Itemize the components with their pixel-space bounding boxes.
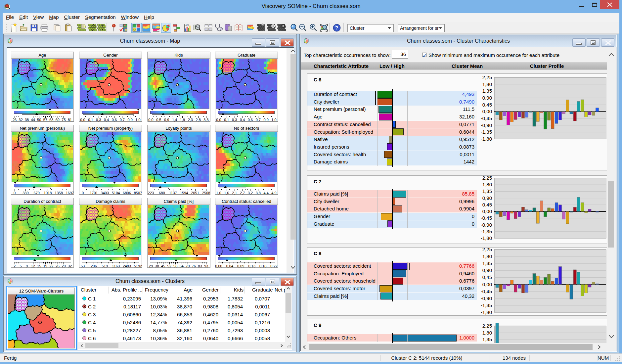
svg-text:1,35: 1,35 bbox=[482, 337, 492, 342]
svg-text:1,35: 1,35 bbox=[482, 188, 492, 194]
svg-text:0,00: 0,00 bbox=[482, 109, 492, 114]
svg-text:1,80: 1,80 bbox=[482, 81, 492, 87]
svg-text:1,80: 1,80 bbox=[482, 253, 492, 259]
svg-text:-1,80: -1,80 bbox=[481, 309, 492, 315]
svg-text:2,25: 2,25 bbox=[482, 175, 492, 181]
svg-text:1,35: 1,35 bbox=[482, 260, 492, 266]
svg-text:-1,35: -1,35 bbox=[481, 302, 492, 308]
svg-text:-1,80: -1,80 bbox=[481, 235, 492, 241]
svg-text:0,45: 0,45 bbox=[482, 274, 492, 280]
svg-text:1,80: 1,80 bbox=[482, 330, 492, 336]
svg-text:-0,90: -0,90 bbox=[481, 222, 492, 228]
svg-text:-0,90: -0,90 bbox=[481, 296, 492, 301]
svg-text:471: 471 bbox=[186, 24, 189, 26]
svg-text:-1,35: -1,35 bbox=[481, 229, 492, 234]
svg-text:0,00: 0,00 bbox=[482, 208, 492, 214]
svg-text:0,45: 0,45 bbox=[482, 102, 492, 108]
svg-text:?: ? bbox=[335, 25, 338, 30]
svg-text:-1,35: -1,35 bbox=[481, 129, 492, 135]
svg-text:-0,45: -0,45 bbox=[481, 289, 492, 294]
svg-text:0,90: 0,90 bbox=[482, 195, 492, 201]
svg-text:0,45: 0,45 bbox=[482, 202, 492, 207]
svg-text:1,35: 1,35 bbox=[482, 88, 492, 94]
svg-text:2,25: 2,25 bbox=[482, 75, 492, 80]
svg-text:-0,90: -0,90 bbox=[481, 122, 492, 128]
svg-text:0,00: 0,00 bbox=[482, 282, 492, 287]
svg-text:-0,45: -0,45 bbox=[481, 215, 492, 221]
svg-text:0,90: 0,90 bbox=[482, 95, 492, 101]
svg-text:2,25: 2,25 bbox=[482, 323, 492, 329]
svg-text:1,80: 1,80 bbox=[482, 182, 492, 187]
svg-text:2,25: 2,25 bbox=[482, 247, 492, 252]
svg-text:-0,45: -0,45 bbox=[481, 115, 492, 121]
svg-text:-1,80: -1,80 bbox=[481, 136, 492, 142]
svg-text:0,90: 0,90 bbox=[482, 267, 492, 273]
